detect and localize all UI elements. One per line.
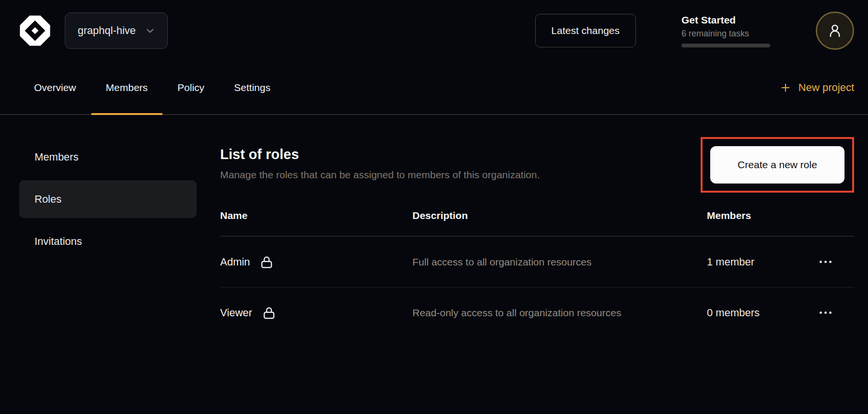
latest-changes-button[interactable]: Latest changes [535, 14, 636, 47]
get-started-subtitle: 6 remaining tasks [681, 29, 770, 39]
plus-icon [780, 82, 791, 93]
lock-icon [259, 255, 274, 269]
table-body: Admin Full access to all organization re… [220, 237, 854, 338]
row-menu-button[interactable] [817, 256, 834, 268]
page-subtitle: Manage the roles that can be assigned to… [220, 169, 540, 181]
annotation-highlight-box: Create a new role [701, 137, 854, 193]
org-selector[interactable]: graphql-hive [65, 12, 168, 49]
new-project-button[interactable]: New project [780, 61, 854, 114]
get-started-progress-bar [681, 44, 770, 47]
create-new-role-button[interactable]: Create a new role [710, 146, 845, 184]
user-icon [827, 23, 843, 39]
table-header-row: Name Description Members [220, 206, 854, 237]
role-members-count: 1 member [707, 256, 817, 268]
table-row: Viewer Read-only access to all organizat… [220, 288, 854, 338]
get-started-widget[interactable]: Get Started 6 remaining tasks [681, 14, 770, 47]
tab-bar: OverviewMembersPolicySettings New projec… [0, 61, 868, 115]
content-area: MembersRolesInvitations List of roles Ma… [0, 115, 868, 338]
roles-table: Name Description Members Admin Full acce… [220, 206, 854, 338]
column-header-description: Description [412, 210, 707, 221]
tab-policy[interactable]: Policy [163, 61, 219, 114]
role-description: Full access to all organization resource… [412, 253, 638, 271]
sidebar-item-members[interactable]: Members [19, 138, 197, 176]
tabs-container: OverviewMembersPolicySettings [19, 61, 285, 114]
column-header-members: Members [707, 210, 817, 221]
tab-members[interactable]: Members [91, 61, 163, 114]
role-description: Read-only access to all organization res… [412, 303, 638, 322]
tab-overview[interactable]: Overview [19, 61, 91, 114]
roles-panel: List of roles Manage the roles that can … [220, 138, 854, 338]
role-members-count: 0 members [707, 307, 817, 319]
get-started-title: Get Started [681, 14, 770, 26]
roles-panel-header: List of roles Manage the roles that can … [220, 138, 854, 193]
role-name: Admin [220, 256, 250, 268]
table-row: Admin Full access to all organization re… [220, 237, 854, 288]
user-avatar[interactable] [816, 12, 854, 50]
chevron-down-icon [145, 26, 155, 35]
org-selector-label: graphql-hive [78, 24, 136, 37]
sidebar-item-invitations[interactable]: Invitations [19, 222, 197, 260]
sidebar-item-roles[interactable]: Roles [19, 180, 197, 218]
hive-logo-icon [18, 13, 52, 48]
page-title: List of roles [220, 147, 540, 162]
role-name: Viewer [220, 307, 252, 319]
tab-settings[interactable]: Settings [219, 61, 285, 114]
lock-icon [262, 306, 276, 320]
sidebar-nav: MembersRolesInvitations [19, 138, 197, 338]
new-project-label: New project [798, 81, 854, 94]
row-menu-button[interactable] [817, 307, 834, 319]
column-header-name: Name [220, 210, 412, 221]
top-bar: graphql-hive Latest changes Get Started … [0, 0, 868, 61]
